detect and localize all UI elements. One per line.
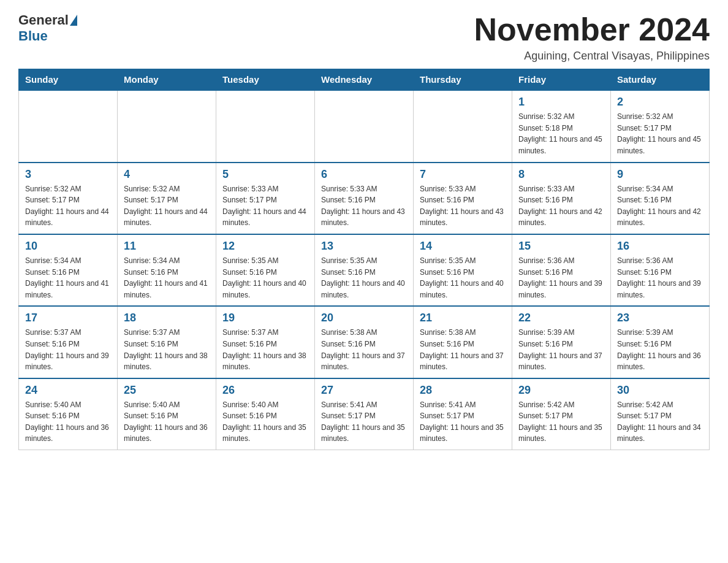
calendar-cell: 13Sunrise: 5:35 AMSunset: 5:16 PMDayligh…	[315, 234, 414, 306]
weekday-header-tuesday: Tuesday	[216, 69, 315, 91]
calendar-week-row: 3Sunrise: 5:32 AMSunset: 5:17 PMDaylight…	[19, 163, 710, 234]
day-number: 23	[617, 312, 703, 324]
day-number: 24	[25, 384, 111, 397]
day-number: 16	[617, 240, 703, 253]
calendar-cell: 30Sunrise: 5:42 AMSunset: 5:17 PMDayligh…	[611, 378, 710, 450]
calendar-cell: 14Sunrise: 5:35 AMSunset: 5:16 PMDayligh…	[414, 234, 512, 306]
day-number: 13	[321, 240, 407, 253]
day-number: 14	[420, 240, 506, 253]
day-info: Sunrise: 5:40 AMSunset: 5:16 PMDaylight:…	[25, 399, 111, 445]
day-info: Sunrise: 5:37 AMSunset: 5:16 PMDaylight:…	[124, 327, 210, 372]
day-info: Sunrise: 5:40 AMSunset: 5:16 PMDaylight:…	[124, 399, 210, 445]
calendar-cell: 20Sunrise: 5:38 AMSunset: 5:16 PMDayligh…	[315, 306, 414, 378]
day-number: 25	[124, 384, 210, 397]
day-number: 18	[124, 312, 210, 324]
calendar-cell: 26Sunrise: 5:40 AMSunset: 5:16 PMDayligh…	[216, 378, 315, 450]
calendar-cell: 1Sunrise: 5:32 AMSunset: 5:18 PMDaylight…	[512, 90, 611, 162]
day-number: 2	[617, 96, 703, 109]
day-number: 6	[321, 168, 407, 181]
weekday-header-sunday: Sunday	[19, 69, 118, 91]
day-number: 9	[617, 168, 703, 181]
calendar-cell: 22Sunrise: 5:39 AMSunset: 5:16 PMDayligh…	[512, 306, 611, 378]
day-info: Sunrise: 5:33 AMSunset: 5:16 PMDaylight:…	[420, 183, 506, 229]
day-number: 17	[25, 312, 111, 324]
calendar-cell: 8Sunrise: 5:33 AMSunset: 5:16 PMDaylight…	[512, 163, 611, 234]
calendar-cell: 16Sunrise: 5:36 AMSunset: 5:16 PMDayligh…	[611, 234, 710, 306]
title-section: November 2024 Aguining, Central Visayas,…	[474, 12, 710, 63]
day-info: Sunrise: 5:35 AMSunset: 5:16 PMDaylight:…	[321, 255, 407, 301]
day-info: Sunrise: 5:35 AMSunset: 5:16 PMDaylight:…	[222, 255, 308, 301]
calendar-cell: 6Sunrise: 5:33 AMSunset: 5:16 PMDaylight…	[315, 163, 414, 234]
day-number: 28	[420, 384, 506, 397]
day-info: Sunrise: 5:32 AMSunset: 5:17 PMDaylight:…	[124, 183, 210, 229]
day-info: Sunrise: 5:32 AMSunset: 5:17 PMDaylight:…	[617, 111, 703, 156]
day-number: 1	[518, 96, 604, 109]
day-info: Sunrise: 5:41 AMSunset: 5:17 PMDaylight:…	[321, 399, 407, 445]
calendar-week-row: 10Sunrise: 5:34 AMSunset: 5:16 PMDayligh…	[19, 234, 710, 306]
calendar-cell: 24Sunrise: 5:40 AMSunset: 5:16 PMDayligh…	[19, 378, 118, 450]
month-title: November 2024	[474, 12, 710, 47]
weekday-header-thursday: Thursday	[414, 69, 512, 91]
day-info: Sunrise: 5:42 AMSunset: 5:17 PMDaylight:…	[617, 399, 703, 445]
day-number: 22	[518, 312, 604, 324]
day-info: Sunrise: 5:35 AMSunset: 5:16 PMDaylight:…	[420, 255, 506, 301]
day-number: 26	[222, 384, 308, 397]
day-info: Sunrise: 5:40 AMSunset: 5:16 PMDaylight:…	[222, 399, 308, 445]
day-number: 12	[222, 240, 308, 253]
weekday-header-saturday: Saturday	[611, 69, 710, 91]
calendar-header-row: SundayMondayTuesdayWednesdayThursdayFrid…	[19, 69, 710, 91]
day-info: Sunrise: 5:37 AMSunset: 5:16 PMDaylight:…	[25, 327, 111, 372]
calendar-week-row: 24Sunrise: 5:40 AMSunset: 5:16 PMDayligh…	[19, 378, 710, 450]
logo-blue-text: Blue	[18, 28, 48, 44]
day-number: 19	[222, 312, 308, 324]
day-info: Sunrise: 5:33 AMSunset: 5:16 PMDaylight:…	[518, 183, 604, 229]
calendar-cell: 9Sunrise: 5:34 AMSunset: 5:16 PMDaylight…	[611, 163, 710, 234]
day-number: 5	[222, 168, 308, 181]
day-info: Sunrise: 5:37 AMSunset: 5:16 PMDaylight:…	[222, 327, 308, 372]
location-text: Aguining, Central Visayas, Philippines	[474, 50, 710, 63]
day-info: Sunrise: 5:33 AMSunset: 5:16 PMDaylight:…	[321, 183, 407, 229]
calendar-cell: 3Sunrise: 5:32 AMSunset: 5:17 PMDaylight…	[19, 163, 118, 234]
calendar-cell	[414, 90, 512, 162]
calendar-cell: 27Sunrise: 5:41 AMSunset: 5:17 PMDayligh…	[315, 378, 414, 450]
day-info: Sunrise: 5:34 AMSunset: 5:16 PMDaylight:…	[617, 183, 703, 229]
day-info: Sunrise: 5:34 AMSunset: 5:16 PMDaylight:…	[25, 255, 111, 301]
calendar-week-row: 1Sunrise: 5:32 AMSunset: 5:18 PMDaylight…	[19, 90, 710, 162]
calendar-cell: 2Sunrise: 5:32 AMSunset: 5:17 PMDaylight…	[611, 90, 710, 162]
day-number: 3	[25, 168, 111, 181]
weekday-header-monday: Monday	[118, 69, 216, 91]
logo-triangle-icon	[70, 15, 77, 26]
day-info: Sunrise: 5:39 AMSunset: 5:16 PMDaylight:…	[617, 327, 703, 372]
calendar-cell: 28Sunrise: 5:41 AMSunset: 5:17 PMDayligh…	[414, 378, 512, 450]
calendar-cell: 17Sunrise: 5:37 AMSunset: 5:16 PMDayligh…	[19, 306, 118, 378]
weekday-header-wednesday: Wednesday	[315, 69, 414, 91]
day-number: 29	[518, 384, 604, 397]
calendar-cell: 4Sunrise: 5:32 AMSunset: 5:17 PMDaylight…	[118, 163, 216, 234]
calendar-week-row: 17Sunrise: 5:37 AMSunset: 5:16 PMDayligh…	[19, 306, 710, 378]
day-info: Sunrise: 5:34 AMSunset: 5:16 PMDaylight:…	[124, 255, 210, 301]
logo: General Blue	[18, 12, 78, 44]
calendar-cell	[19, 90, 118, 162]
calendar-cell: 18Sunrise: 5:37 AMSunset: 5:16 PMDayligh…	[118, 306, 216, 378]
calendar-table: SundayMondayTuesdayWednesdayThursdayFrid…	[18, 69, 710, 450]
day-info: Sunrise: 5:36 AMSunset: 5:16 PMDaylight:…	[617, 255, 703, 301]
day-info: Sunrise: 5:42 AMSunset: 5:17 PMDaylight:…	[518, 399, 604, 445]
calendar-cell: 19Sunrise: 5:37 AMSunset: 5:16 PMDayligh…	[216, 306, 315, 378]
calendar-cell: 15Sunrise: 5:36 AMSunset: 5:16 PMDayligh…	[512, 234, 611, 306]
day-number: 20	[321, 312, 407, 324]
day-info: Sunrise: 5:32 AMSunset: 5:17 PMDaylight:…	[25, 183, 111, 229]
calendar-cell: 11Sunrise: 5:34 AMSunset: 5:16 PMDayligh…	[118, 234, 216, 306]
day-info: Sunrise: 5:38 AMSunset: 5:16 PMDaylight:…	[321, 327, 407, 372]
calendar-cell: 5Sunrise: 5:33 AMSunset: 5:17 PMDaylight…	[216, 163, 315, 234]
logo-general-text: General	[18, 12, 69, 28]
calendar-cell: 23Sunrise: 5:39 AMSunset: 5:16 PMDayligh…	[611, 306, 710, 378]
day-number: 11	[124, 240, 210, 253]
calendar-cell: 25Sunrise: 5:40 AMSunset: 5:16 PMDayligh…	[118, 378, 216, 450]
weekday-header-friday: Friday	[512, 69, 611, 91]
calendar-cell: 10Sunrise: 5:34 AMSunset: 5:16 PMDayligh…	[19, 234, 118, 306]
calendar-cell: 21Sunrise: 5:38 AMSunset: 5:16 PMDayligh…	[414, 306, 512, 378]
calendar-cell	[118, 90, 216, 162]
day-number: 15	[518, 240, 604, 253]
page-header: General Blue November 2024 Aguining, Cen…	[18, 12, 710, 63]
calendar-cell	[216, 90, 315, 162]
